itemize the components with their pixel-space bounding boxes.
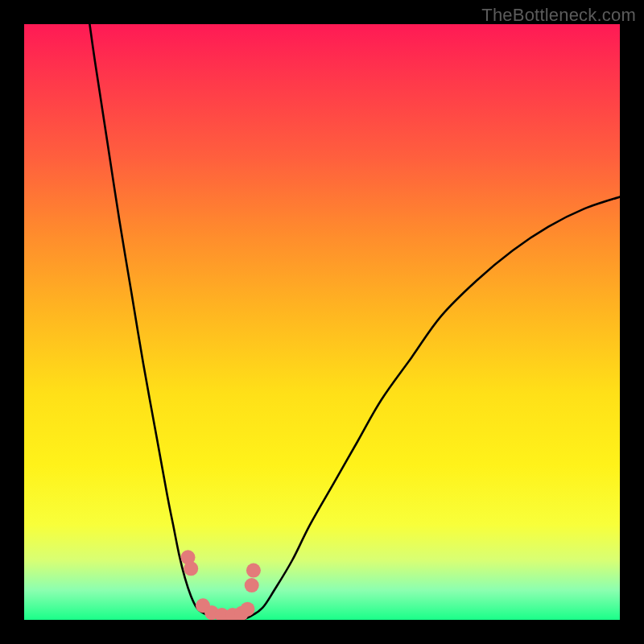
chart-frame: TheBottleneck.com xyxy=(0,0,644,644)
watermark-text: TheBottleneck.com xyxy=(481,5,636,26)
series-curve-1 xyxy=(89,24,221,619)
series-curve-2 xyxy=(245,197,620,619)
plot-area xyxy=(24,24,620,620)
plot-svg xyxy=(24,24,620,620)
marker-point xyxy=(245,578,259,592)
marker-point xyxy=(246,564,261,578)
marker-point xyxy=(184,561,198,576)
marker-point xyxy=(241,602,255,617)
